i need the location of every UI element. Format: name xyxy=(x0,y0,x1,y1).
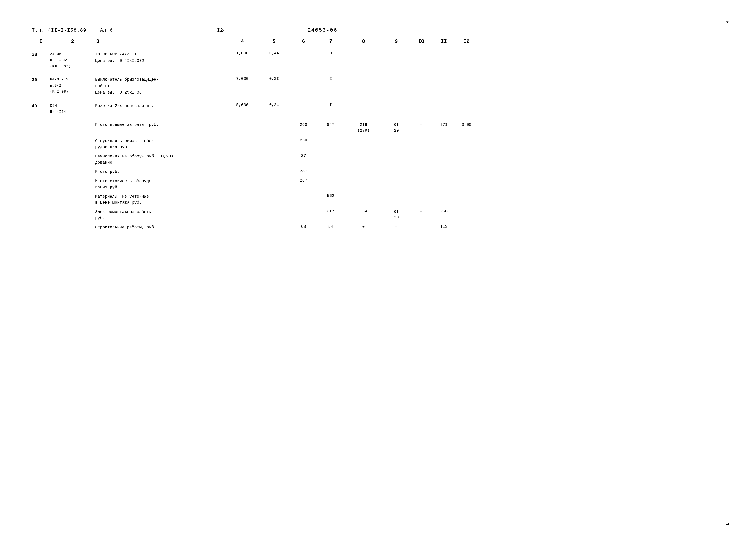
col-header-7: 7 xyxy=(317,39,344,44)
col-header-11: II xyxy=(433,39,455,44)
summary-label-stroit: Строительные работы, руб. xyxy=(95,224,226,230)
col-header-10: IO xyxy=(410,39,433,44)
corner-mark-br: ↵ xyxy=(726,521,729,527)
summary-label-itogo1: Итого руб. xyxy=(95,169,226,175)
sum-col7-material: 562 xyxy=(317,193,344,206)
row-col5-40: 0,24 xyxy=(258,103,290,115)
table-row: 38 24–05 п. I–365 (K=I,082) То же КОР-74… xyxy=(32,51,724,70)
sum-col6-nacis: 27 xyxy=(290,153,317,166)
sum-col6-material xyxy=(290,193,317,206)
col-header-2: 2 xyxy=(50,39,95,44)
row-col9-38 xyxy=(383,51,410,70)
summary-label-otpusk: Отпускная стоимость обо- рудования руб. xyxy=(95,138,226,150)
doc-number: 24053-06 xyxy=(308,27,337,33)
col-header-8: 8 xyxy=(344,39,383,44)
summary-row-itogo1: Итого руб. 287 xyxy=(32,169,724,175)
col-header-9: 9 xyxy=(383,39,410,44)
sum-col6-itogo-oborud: 287 xyxy=(290,178,317,190)
sum-col10-total: – xyxy=(410,122,433,127)
row-col9-39 xyxy=(383,76,410,96)
row-desc-40: Розетка 2-х полюсная шт. xyxy=(95,103,226,115)
page: 7 L ↵ Т.п. 4II-I-I58.89 Ал.6 I24 24053-0… xyxy=(0,0,756,545)
row-code-38: 24–05 п. I–365 (K=I,082) xyxy=(50,51,95,70)
row-col12-40 xyxy=(455,103,478,115)
sum-col10-stroit xyxy=(410,224,433,230)
sum-col7-total: 947 xyxy=(317,122,344,127)
row-col4-38: I,000 xyxy=(226,51,258,70)
row-col11-39 xyxy=(433,76,455,96)
row-col11-40 xyxy=(433,103,455,115)
sum-col6-otpusk: 260 xyxy=(290,138,317,150)
row-col8-39 xyxy=(344,76,383,96)
row-col7-38: 0 xyxy=(317,51,344,70)
sum-col11-electro: 258 xyxy=(433,209,455,221)
summary-label-nacis: Начисления на обору- руб. IO,20% дование xyxy=(95,153,226,166)
col-header-1: I xyxy=(32,39,50,44)
row-col5-39: 0,3I xyxy=(258,76,290,96)
sheet-label: Ал.6 xyxy=(100,28,113,33)
table-row: 40 СIM 5-4-I64 Розетка 2-х полюсная шт. … xyxy=(32,103,724,115)
col-header-4: 4 xyxy=(226,39,258,44)
summary-label-total: Итого прямые затраты, руб. xyxy=(95,122,226,128)
summary-row-stroit: Строительные работы, руб. 68 54 0 – II3 xyxy=(32,224,724,230)
row-col4-40: 5,000 xyxy=(226,103,258,115)
sum-col6-electro xyxy=(290,209,317,221)
col-header-5: 5 xyxy=(258,39,290,44)
sum-col9-total: 6I 20 xyxy=(383,122,410,133)
corner-mark-tr: 7 xyxy=(726,20,729,26)
sum-col10-electro: – xyxy=(410,209,433,221)
row-col6-38 xyxy=(290,51,317,70)
main-table: I 2 3 4 5 6 7 8 9 IO II I2 38 24–05 п. I… xyxy=(32,36,724,230)
row-code-39: 64-OI-I5 п.3-2 (K=I,08) xyxy=(50,76,95,96)
summary-label-electro: Электромонтажные работы руб. xyxy=(95,209,226,221)
summary-row-otpusk: Отпускная стоимость обо- рудования руб. … xyxy=(32,138,724,150)
row-num-39: 39 xyxy=(32,76,50,96)
summary-row-itogo-oborud: Итого стоимость оборудо- вания руб. 287 xyxy=(32,178,724,190)
row-col8-38 xyxy=(344,51,383,70)
sum-col6-total: 260 xyxy=(290,122,317,127)
row-col8-40 xyxy=(344,103,383,115)
row-num-38: 38 xyxy=(32,51,50,70)
sum-col9-electro: 6I 20 xyxy=(383,209,410,221)
row-col6-39 xyxy=(290,76,317,96)
row-num-40: 40 xyxy=(32,103,50,115)
table-row: 39 64-OI-I5 п.3-2 (K=I,08) Выключатель б… xyxy=(32,76,724,96)
row-col9-40 xyxy=(383,103,410,115)
summary-label-material: Материалы, не учтенные в цене монтажа ру… xyxy=(95,193,226,206)
sum-col9-stroit: – xyxy=(383,224,410,230)
row-col10-40 xyxy=(410,103,433,115)
row-desc-38: То же КОР-74УЗ шт. Цена ед.: 0,4IxI,082 xyxy=(95,51,226,70)
sum-col8-total: 2I8 (279) xyxy=(344,122,383,133)
row-col11-38 xyxy=(433,51,455,70)
col-header-12: I2 xyxy=(455,39,478,44)
sum-col8-stroit: 0 xyxy=(344,224,383,230)
sum-col6-itogo1: 287 xyxy=(290,169,317,175)
sum-col11-total: 37I xyxy=(433,122,455,127)
row-code-40: СIM 5-4-I64 xyxy=(50,103,95,115)
row-col10-39 xyxy=(410,76,433,96)
col-header-6: 6 xyxy=(290,39,317,44)
row-col5-38: 0,44 xyxy=(258,51,290,70)
document-type: Т.п. 4II-I-I58.89 xyxy=(32,28,86,33)
sum-col12-total: 0,00 xyxy=(455,122,478,127)
header: Т.п. 4II-I-I58.89 Ал.6 I24 24053-06 xyxy=(32,27,724,33)
summary-label-itogo-oborud: Итого стоимость оборудо- вания руб. xyxy=(95,178,226,190)
summary-row-material: Материалы, не учтенные в цене монтажа ру… xyxy=(32,193,724,206)
sum-col7-stroit: 54 xyxy=(317,224,344,230)
row-col10-38 xyxy=(410,51,433,70)
col-header-3: 3 xyxy=(95,39,226,44)
column-headers: I 2 3 4 5 6 7 8 9 IO II I2 xyxy=(32,37,724,46)
corner-mark-bl: L xyxy=(27,521,30,527)
summary-row-electro: Электромонтажные работы руб. 3I7 I64 6I … xyxy=(32,209,724,221)
row-col12-39 xyxy=(455,76,478,96)
page-number: I24 xyxy=(217,28,226,33)
row-col12-38 xyxy=(455,51,478,70)
row-col7-39: 2 xyxy=(317,76,344,96)
summary-row-total: Итого прямые затраты, руб. 260 947 2I8 (… xyxy=(32,122,724,133)
summary-row-nacis: Начисления на обору- руб. IO,20% дование… xyxy=(32,153,724,166)
sum-col6-stroit: 68 xyxy=(290,224,317,230)
row-col6-40 xyxy=(290,103,317,115)
sum-col11-stroit: II3 xyxy=(433,224,455,230)
sum-col7-electro: 3I7 xyxy=(317,209,344,221)
row-col4-39: 7,000 xyxy=(226,76,258,96)
